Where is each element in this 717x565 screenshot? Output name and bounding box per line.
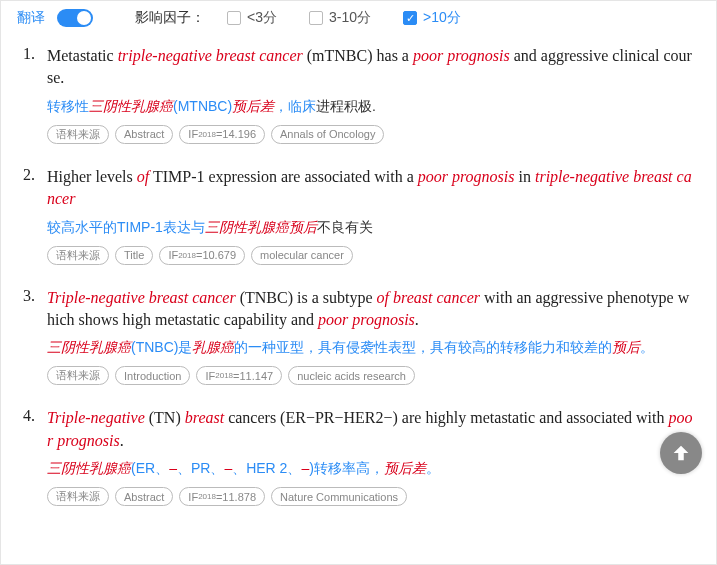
filter-option[interactable]: >10分 [403,9,461,27]
tag-journal[interactable]: Annals of Oncology [271,125,384,144]
tag-impact-factor[interactable]: IF2018=11.878 [179,487,265,506]
tag-section[interactable]: Title [115,246,153,265]
result-list: 1.Metastatic triple-negative breast canc… [1,35,716,506]
tag-row: 语料来源TitleIF2018=10.679molecular cancer [47,246,694,265]
translation: 较高水平的TIMP-1表达与三阴性乳腺癌预后不良有关 [47,217,694,238]
item-number: 4. [23,407,47,506]
translation: 三阴性乳腺癌(ER、–、PR、–、HER 2、–)转移率高，预后差。 [47,458,694,479]
item-content: Metastatic triple-negative breast cancer… [47,45,694,144]
tag-source[interactable]: 语料来源 [47,246,109,265]
arrow-up-icon [670,442,692,464]
tag-row: 语料来源AbstractIF2018=11.878Nature Communic… [47,487,694,506]
impact-factor-label: 影响因子： [135,9,205,27]
tag-journal[interactable]: nucleic acids research [288,366,415,385]
tag-section[interactable]: Abstract [115,125,173,144]
item-number: 1. [23,45,47,144]
translation: 转移性三阴性乳腺癌(MTNBC)预后差，临床进程积极. [47,96,694,117]
tag-section[interactable]: Abstract [115,487,173,506]
tag-row: 语料来源IntroductionIF2018=11.147nucleic aci… [47,366,694,385]
sentence: Triple-negative (TN) breast cancers (ER−… [47,407,694,452]
translation: 三阴性乳腺癌(TNBC)是乳腺癌的一种亚型，具有侵袭性表型，具有较高的转移能力和… [47,337,694,358]
tag-source[interactable]: 语料来源 [47,125,109,144]
filter-option[interactable]: <3分 [227,9,277,27]
sentence: Metastatic triple-negative breast cancer… [47,45,694,90]
result-item: 2.Higher levels of TIMP-1 expression are… [23,166,694,265]
checkbox-icon [227,11,241,25]
sentence: Triple-negative breast cancer (TNBC) is … [47,287,694,332]
filter-label: 3-10分 [329,9,371,27]
filter-label: <3分 [247,9,277,27]
translate-label[interactable]: 翻译 [17,9,45,27]
result-item: 4.Triple-negative (TN) breast cancers (E… [23,407,694,506]
tag-row: 语料来源AbstractIF2018=14.196Annals of Oncol… [47,125,694,144]
tag-impact-factor[interactable]: IF2018=10.679 [159,246,245,265]
checkbox-icon [309,11,323,25]
tag-impact-factor[interactable]: IF2018=14.196 [179,125,265,144]
filter-option[interactable]: 3-10分 [309,9,371,27]
checkbox-icon [403,11,417,25]
item-number: 3. [23,287,47,386]
translate-toggle[interactable] [57,9,93,27]
filter-header: 翻译 影响因子： <3分3-10分>10分 [1,1,716,35]
tag-source[interactable]: 语料来源 [47,366,109,385]
tag-journal[interactable]: Nature Communications [271,487,407,506]
item-content: Triple-negative (TN) breast cancers (ER−… [47,407,694,506]
sentence: Higher levels of TIMP-1 expression are a… [47,166,694,211]
scroll-top-button[interactable] [660,432,702,474]
item-content: Higher levels of TIMP-1 expression are a… [47,166,694,265]
tag-source[interactable]: 语料来源 [47,487,109,506]
result-item: 1.Metastatic triple-negative breast canc… [23,45,694,144]
filter-label: >10分 [423,9,461,27]
item-content: Triple-negative breast cancer (TNBC) is … [47,287,694,386]
tag-journal[interactable]: molecular cancer [251,246,353,265]
tag-section[interactable]: Introduction [115,366,190,385]
item-number: 2. [23,166,47,265]
result-item: 3.Triple-negative breast cancer (TNBC) i… [23,287,694,386]
tag-impact-factor[interactable]: IF2018=11.147 [196,366,282,385]
